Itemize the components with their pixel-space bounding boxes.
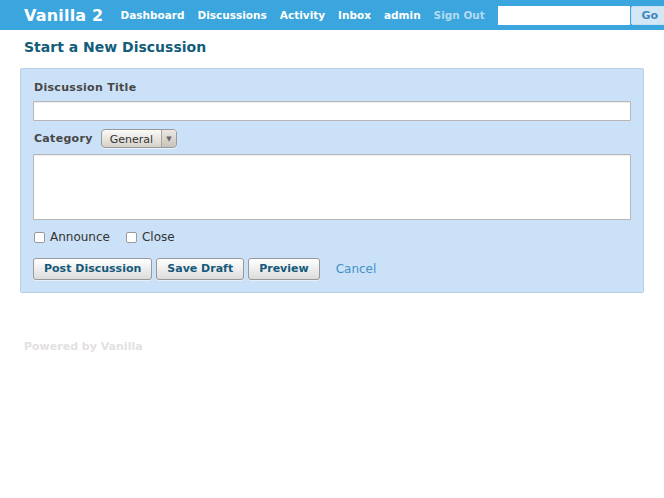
announce-option: Announce (33, 230, 110, 244)
search-go-button[interactable]: Go (631, 6, 664, 25)
nav-item-discussions[interactable]: Discussions (198, 9, 267, 21)
category-selected-value: General (102, 130, 161, 147)
nav-item-sign-out[interactable]: Sign Out (434, 9, 485, 21)
nav-item-inbox[interactable]: Inbox (338, 9, 371, 21)
discussion-title-input[interactable] (33, 101, 631, 121)
nav-item-activity[interactable]: Activity (280, 9, 325, 21)
powered-by-vanilla[interactable]: Powered by Vanilla (24, 340, 664, 353)
close-option: Close (125, 230, 175, 244)
category-dropdown[interactable]: General ▼ (101, 129, 177, 148)
post-discussion-button[interactable]: Post Discussion (33, 258, 152, 280)
search-form: Go (498, 6, 664, 25)
save-draft-button[interactable]: Save Draft (156, 258, 244, 280)
close-checkbox[interactable] (126, 232, 137, 243)
page-title: Start a New Discussion (24, 39, 664, 55)
close-label[interactable]: Close (142, 230, 175, 244)
nav-item-dashboard[interactable]: Dashboard (120, 9, 184, 21)
app-logo[interactable]: Vanilla 2 (24, 6, 103, 25)
discussion-body-textarea[interactable] (33, 154, 631, 220)
page: Vanilla 2 Dashboard Discussions Activity… (0, 0, 664, 353)
cancel-link[interactable]: Cancel (336, 262, 377, 276)
announce-label[interactable]: Announce (50, 230, 110, 244)
category-label: Category (34, 132, 93, 145)
chevron-down-icon: ▼ (161, 130, 176, 147)
main-nav: Dashboard Discussions Activity Inbox adm… (120, 9, 497, 21)
nav-item-admin[interactable]: admin (384, 9, 421, 21)
preview-button[interactable]: Preview (248, 258, 320, 280)
form-actions: Post Discussion Save Draft Preview Cance… (33, 258, 631, 280)
top-header: Vanilla 2 Dashboard Discussions Activity… (0, 0, 664, 30)
search-input[interactable] (498, 6, 630, 25)
discussion-form-panel: Discussion Title Category General ▼ Anno… (20, 68, 644, 293)
announce-checkbox[interactable] (34, 232, 45, 243)
category-row: Category General ▼ (33, 129, 631, 148)
options-row: Announce Close (33, 230, 631, 244)
discussion-title-label: Discussion Title (34, 81, 631, 94)
